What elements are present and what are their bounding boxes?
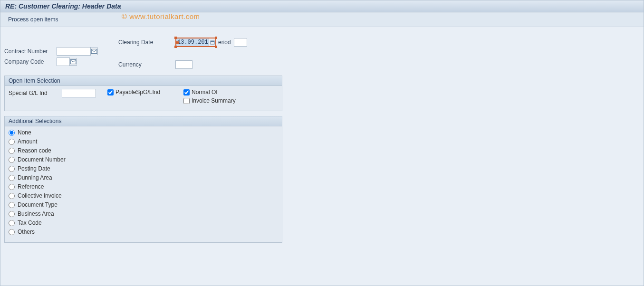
process-open-items-button[interactable]: Process open items [5,15,61,24]
window: RE: Customer Clearing: Header Data Proce… [0,0,644,286]
radio-collective-invoice-label: Collective invoice [18,192,62,199]
open-item-selection-title: Open Item Selection [5,76,282,86]
special-gl-ind-input[interactable] [62,89,96,97]
period-label: eriod [218,39,231,46]
radio-amount-label: Amount [18,138,37,145]
radio-tax-code[interactable] [9,220,15,226]
date-picker-icon[interactable] [209,38,215,46]
payable-spg-lind-checkbox[interactable] [107,89,114,95]
currency-label: Currency [118,61,175,68]
radio-posting-date-label: Posting Date [18,165,50,172]
radio-dunning-area-label: Dunning Area [18,174,52,181]
open-item-selection-group: Open Item Selection Special G/L Ind Paya… [4,76,282,111]
radio-posting-date[interactable] [9,166,15,172]
additional-selections-title: Additional Selections [5,116,282,126]
payable-spg-lind-label: PayableSpG/LInd [115,89,160,95]
normal-oi-checkbox[interactable] [183,89,190,95]
radio-tax-code-label: Tax Code [18,219,42,226]
radio-reference[interactable] [9,184,15,190]
watermark: © www.tutorialkart.com [122,12,200,20]
radio-reason-code[interactable] [9,148,15,154]
invoice-summary-label: Invoice Summary [192,97,236,104]
contract-number-lookup-icon[interactable] [90,48,98,55]
clearing-date-field [175,38,216,47]
clearing-date-input[interactable] [176,38,209,46]
svg-rect-3 [211,41,214,42]
radio-collective-invoice[interactable] [9,193,15,199]
radio-document-type-label: Document Type [18,201,58,208]
title-bar: RE: Customer Clearing: Header Data [0,0,644,12]
toolbar: Process open items © www.tutorialkart.co… [0,12,644,27]
special-gl-ind-label: Special G/L Ind [9,90,62,96]
radio-reason-code-label: Reason code [18,147,51,154]
radio-none[interactable] [9,130,15,136]
radio-document-type[interactable] [9,202,15,208]
normal-oi-label: Normal OI [192,89,218,95]
additional-selections-body: None Amount Reason code Document Number … [5,126,282,242]
radio-business-area-label: Business Area [18,210,54,217]
currency-input[interactable] [175,60,192,69]
company-code-input[interactable] [57,57,70,66]
radio-document-number-label: Document Number [18,156,66,163]
radio-business-area[interactable] [9,211,15,217]
header-section: Contract Number Company Code Clearing [4,32,640,76]
radio-others[interactable] [9,229,15,235]
radio-dunning-area[interactable] [9,175,15,181]
radio-amount[interactable] [9,139,15,145]
clearing-date-label: Clearing Date [118,39,175,46]
invoice-summary-checkbox[interactable] [183,98,190,104]
main-area: Contract Number Company Code Clearing [0,27,644,286]
period-input[interactable] [234,38,247,47]
radio-document-number[interactable] [9,157,15,163]
radio-none-label: None [18,129,31,136]
company-code-label: Company Code [4,58,57,65]
contract-number-input[interactable] [57,47,91,56]
contract-number-label: Contract Number [4,48,57,55]
radio-others-label: Others [18,229,35,235]
company-code-lookup-icon[interactable] [69,58,77,66]
page-title: RE: Customer Clearing: Header Data [5,2,121,10]
radio-reference-label: Reference [18,183,44,190]
additional-selections-group: Additional Selections None Amount Reason… [4,116,282,243]
